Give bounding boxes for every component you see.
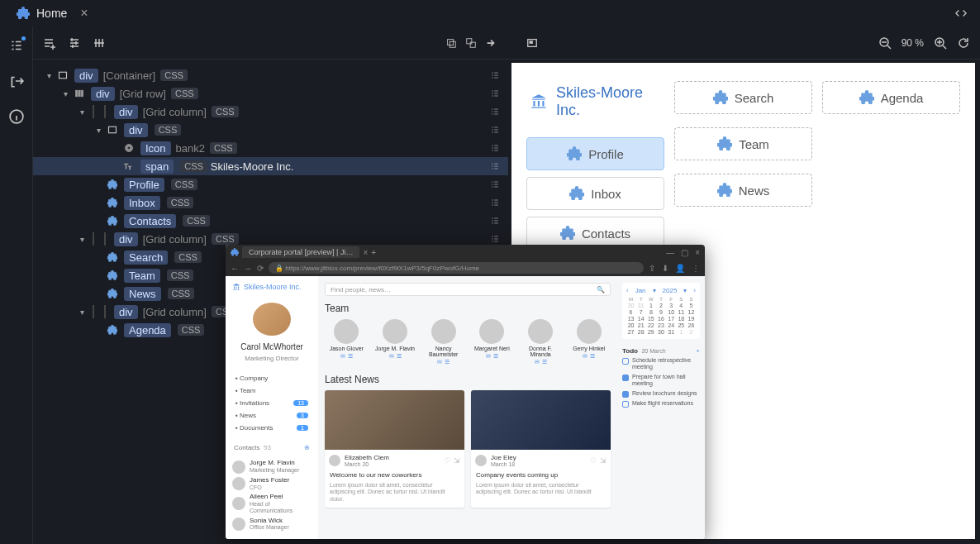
rail-structure[interactable] [9,38,24,55]
justify-icon[interactable] [93,36,106,50]
tree-row[interactable]: ▾divCSS [33,121,508,139]
tree-row[interactable]: InboxCSS [33,193,508,212]
todo-item[interactable]: Schedule retrospective meeting [622,357,700,371]
nav-item[interactable]: ▪ News3 [232,409,312,422]
zoom-level: 90 % [902,37,924,49]
copies-icon[interactable] [465,37,477,49]
url-field[interactable]: 🔒 https://www.jitblox.com/preview/f0Xzf9… [269,262,644,274]
tree-row[interactable]: ▾div[Grid column]CSS [33,103,508,121]
search-input[interactable]: Find people, news…🔍 [325,283,611,296]
copy-icon[interactable] [445,37,457,49]
widget-search[interactable]: Search [674,81,812,114]
tree-row[interactable]: ProfileCSS [33,175,508,193]
todo-item[interactable]: Prepare for town hall meeting [622,374,700,388]
bank-icon [530,92,548,112]
arrow-right-icon[interactable] [485,37,497,49]
favicon-puzzle-icon [231,248,239,256]
todo: Todo 20 March+ Schedule retrospective me… [622,347,700,408]
team-member[interactable]: Donna F. Miranda✉☰ [519,319,563,365]
contact-item[interactable]: Aileen PeelHead of Communications [232,492,312,515]
team-member[interactable]: Nancy Baumeister✉☰ [421,319,465,365]
team-member[interactable]: Margaret Neri✉☰ [470,319,514,365]
window-icon[interactable] [526,37,538,49]
code-icon[interactable] [955,7,967,19]
contact-item[interactable]: Jorge M. FlavinMarketing Manager [232,458,312,475]
add-row-icon[interactable] [43,36,56,50]
calendar[interactable]: ‹Jan▾2025▾› MTWTFSS303112345678910111213… [622,283,700,339]
contact-item[interactable]: Sonia WickOffice Manager [232,516,312,532]
browser-urlbar: ←→⟳ 🔒 https://www.jitblox.com/preview/f0… [226,260,705,276]
team-member[interactable]: Jorge M. Flavin✉☰ [373,319,417,365]
widget-inbox[interactable]: Inbox [526,177,664,210]
zoom-out-icon[interactable] [878,36,892,50]
todo-item[interactable]: Review brochure designs [622,390,700,398]
sidebar: Skiles-Moore Inc. Carol McWhorter Market… [226,276,318,539]
user-role: Marketing Director [232,355,312,362]
tree-row[interactable]: ▾div[Grid row]CSS [33,84,508,103]
brand-label: Skiles-Moore Inc. [556,84,661,119]
widget-team[interactable]: Team [674,127,812,160]
team-member[interactable]: Gerry Hinkel✉☰ [567,319,611,365]
tab-home[interactable]: Home × [7,1,98,26]
user-name: Carol McWhorter [232,342,312,351]
contact-item[interactable]: James FosterCFO [232,475,312,492]
tree-row[interactable]: Iconbank2CSS [33,139,508,157]
close-icon[interactable]: × [80,6,88,21]
team-member[interactable]: Jason Glover✉☰ [325,319,369,365]
sidebar-logo: Skiles-Moore Inc. [232,283,312,291]
news-card[interactable]: Joe EleyMarch 18♡⇲Company events coming … [471,390,611,508]
widget-agenda[interactable]: Agenda [822,81,960,114]
tree-row[interactable]: spanCSSSkiles-Moore Inc. [33,157,508,175]
sliders-icon[interactable] [68,36,81,50]
browser-preview-window: Corporate portal [preview] | Ji… × + —▢×… [226,245,705,539]
avatar [253,303,291,336]
zoom-in-icon[interactable] [934,36,947,50]
left-rail [0,26,33,544]
todo-item[interactable]: Make flight reservations [622,400,700,408]
main-content: Find people, news…🔍 Team Jason Glover✉☰J… [318,276,617,539]
tab-label: Home [36,7,67,20]
refresh-icon[interactable] [957,36,970,50]
puzzle-icon [17,7,30,20]
news-heading: Latest News [325,374,611,385]
tree-row[interactable]: ▾div[Container]CSS [33,66,508,84]
brand: Skiles-Moore Inc. [526,79,664,131]
news-card[interactable]: Elizabeth ClemMarch 20♡⇲Welcome to our n… [325,390,464,508]
right-panel: ‹Jan▾2025▾› MTWTFSS303112345678910111213… [617,276,705,539]
team-heading: Team [325,303,611,314]
nav-item[interactable]: ▪ Company [232,372,312,384]
widget-profile[interactable]: Profile [526,137,664,170]
rail-info[interactable] [9,109,24,126]
tab-bar: Home × [0,0,980,26]
nav-item[interactable]: ▪ Invitations13 [232,397,312,409]
nav-item[interactable]: ▪ Documents1 [232,422,312,434]
toolbar: 90 % [33,26,980,60]
browser-tab[interactable]: Corporate portal [preview] | Ji… [242,246,359,258]
browser-titlebar: Corporate portal [preview] | Ji… × + —▢× [226,245,705,260]
rail-exit[interactable] [9,74,24,91]
widget-news[interactable]: News [674,174,812,207]
tree-row[interactable]: ContactsCSS [33,212,508,230]
nav-item[interactable]: ▪ Team [232,384,312,397]
